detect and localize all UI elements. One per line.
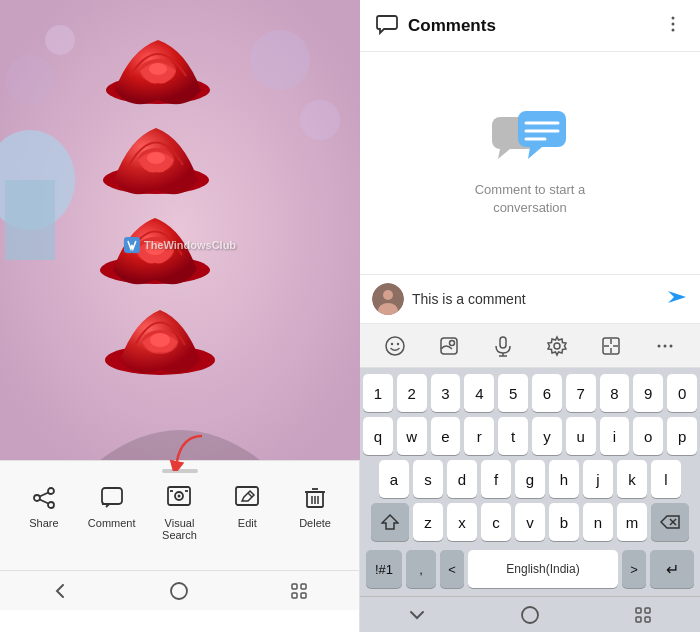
photo-area: TheWindowsClub <box>0 0 360 460</box>
key-u[interactable]: u <box>566 417 596 455</box>
svg-point-21 <box>48 502 54 508</box>
key-5[interactable]: 5 <box>498 374 528 412</box>
svg-line-23 <box>40 500 49 504</box>
visual-search-icon <box>164 483 194 513</box>
recents-right-nav-button[interactable] <box>618 600 668 630</box>
home-right-nav-button[interactable] <box>505 600 555 630</box>
svg-rect-73 <box>636 617 641 622</box>
svg-point-19 <box>48 488 54 494</box>
key-o[interactable]: o <box>633 417 663 455</box>
comment-button[interactable]: Comment <box>82 483 142 541</box>
back-nav-button[interactable] <box>35 576 85 606</box>
key-v[interactable]: v <box>515 503 545 541</box>
resize-button[interactable] <box>593 328 629 364</box>
key-y[interactable]: y <box>532 417 562 455</box>
svg-rect-71 <box>636 608 641 613</box>
more-keyboard-button[interactable] <box>647 328 683 364</box>
key-r[interactable]: r <box>464 417 494 455</box>
key-8[interactable]: 8 <box>600 374 630 412</box>
key-f[interactable]: f <box>481 460 511 498</box>
svg-point-63 <box>554 343 560 349</box>
key-1[interactable]: 1 <box>363 374 393 412</box>
key-a[interactable]: a <box>379 460 409 498</box>
svg-point-44 <box>672 16 675 19</box>
key-s[interactable]: s <box>413 460 443 498</box>
visual-search-button[interactable]: Visual Search <box>149 483 209 541</box>
keyboard-row-qwerty: q w e r t y u i o p <box>363 417 697 455</box>
svg-point-45 <box>672 22 675 25</box>
shift-key[interactable] <box>371 503 409 541</box>
svg-point-4 <box>45 25 75 55</box>
recents-nav-button[interactable] <box>274 576 324 606</box>
keyboard-toolbar <box>360 324 700 368</box>
key-w[interactable]: w <box>397 417 427 455</box>
key-3[interactable]: 3 <box>431 374 461 412</box>
key-9[interactable]: 9 <box>633 374 663 412</box>
svg-point-56 <box>391 342 393 344</box>
edit-icon <box>232 483 262 513</box>
key-p[interactable]: p <box>667 417 697 455</box>
key-x[interactable]: x <box>447 503 477 541</box>
visual-search-label: Visual Search <box>162 517 197 541</box>
key-j[interactable]: j <box>583 460 613 498</box>
backspace-key[interactable] <box>651 503 689 541</box>
lang-left-key[interactable]: < <box>440 550 464 588</box>
keyboard-row-asdf: a s d f g h j k l <box>363 460 697 498</box>
key-4[interactable]: 4 <box>464 374 494 412</box>
key-h[interactable]: h <box>549 460 579 498</box>
svg-line-22 <box>40 493 49 497</box>
key-m[interactable]: m <box>617 503 647 541</box>
key-k[interactable]: k <box>617 460 647 498</box>
delete-label: Delete <box>299 517 331 529</box>
svg-point-46 <box>672 28 675 31</box>
comma-key[interactable]: , <box>406 550 436 588</box>
bottom-nav-right <box>360 596 700 632</box>
bottom-nav-left <box>0 570 359 610</box>
svg-rect-43 <box>301 593 306 598</box>
comments-empty-area: Comment to start a conversation <box>360 52 700 274</box>
mic-button[interactable] <box>485 328 521 364</box>
user-avatar <box>372 283 404 315</box>
key-t[interactable]: t <box>498 417 528 455</box>
lang-right-key[interactable]: > <box>622 550 646 588</box>
svg-rect-60 <box>500 337 506 348</box>
key-q[interactable]: q <box>363 417 393 455</box>
key-7[interactable]: 7 <box>566 374 596 412</box>
svg-point-9 <box>150 333 170 347</box>
key-b[interactable]: b <box>549 503 579 541</box>
key-l[interactable]: l <box>651 460 681 498</box>
enter-key[interactable]: ↵ <box>650 550 694 588</box>
bottom-toolbar: Share Comment <box>0 460 359 570</box>
key-i[interactable]: i <box>600 417 630 455</box>
key-n[interactable]: n <box>583 503 613 541</box>
key-d[interactable]: d <box>447 460 477 498</box>
svg-rect-41 <box>301 584 306 589</box>
key-e[interactable]: e <box>431 417 461 455</box>
key-6[interactable]: 6 <box>532 374 562 412</box>
svg-point-59 <box>450 340 455 345</box>
sticker-button[interactable] <box>431 328 467 364</box>
key-z[interactable]: z <box>413 503 443 541</box>
share-button[interactable]: Share <box>14 483 74 541</box>
svg-rect-42 <box>292 593 297 598</box>
key-g[interactable]: g <box>515 460 545 498</box>
sym-key[interactable]: !#1 <box>366 550 402 588</box>
keyboard-down-button[interactable] <box>392 600 442 630</box>
keyboard-bottom-row: !#1 , < English(India) > ↵ <box>363 546 697 592</box>
edit-button[interactable]: Edit <box>217 483 277 541</box>
arrow-indicator <box>162 431 212 475</box>
settings-button[interactable] <box>539 328 575 364</box>
more-options-button[interactable] <box>662 13 684 39</box>
comment-input[interactable] <box>412 291 658 307</box>
emoji-button[interactable] <box>377 328 413 364</box>
key-2[interactable]: 2 <box>397 374 427 412</box>
home-nav-button[interactable] <box>154 576 204 606</box>
send-comment-button[interactable] <box>666 286 688 313</box>
delete-button[interactable]: Delete <box>285 483 345 541</box>
key-c[interactable]: c <box>481 503 511 541</box>
svg-line-31 <box>248 493 252 497</box>
space-key[interactable]: English(India) <box>468 550 618 588</box>
key-0[interactable]: 0 <box>667 374 697 412</box>
svg-point-20 <box>34 495 40 501</box>
watermark-text: TheWindowsClub <box>144 239 236 251</box>
